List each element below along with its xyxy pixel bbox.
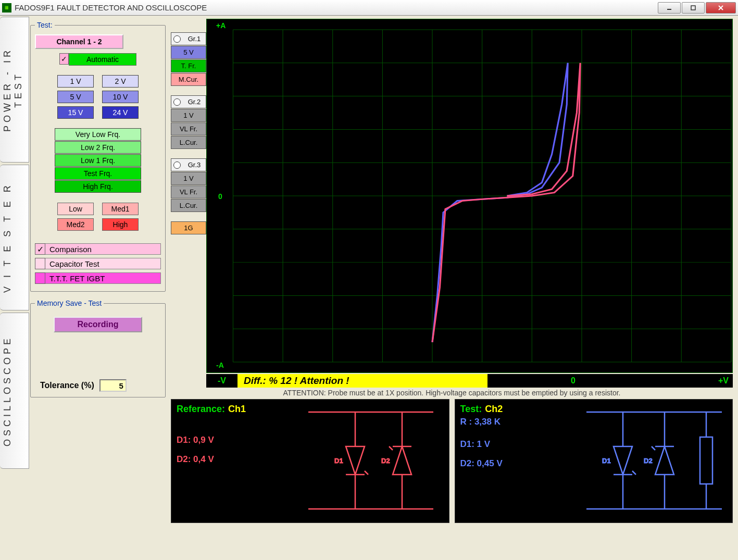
freq-high-button[interactable]: High Frq. [55,180,141,193]
group3-radio[interactable]: Gr.3 [171,158,206,171]
current-low-button[interactable]: Low [57,203,94,215]
test-legend: Test: [35,21,55,29]
recording-button[interactable]: Recording [54,317,142,332]
tab-power-ir-test[interactable]: POWER - IR TEST [0,17,29,163]
axis-zero-x: 0 [571,376,576,385]
automatic-checkbox[interactable]: ✓ [59,53,69,65]
svg-text:D2: D2 [381,457,390,465]
diff-bar: -V Diff.: % 12 ! Attention ! 0 +V [206,374,733,388]
group1-volt[interactable]: 5 V [171,46,206,59]
reference-panel: Referance:Ch1 D1: 0,9 V D2: 0,4 V D1 D2 [171,399,449,523]
window-title: FADOS9F1 FAULT DETECTOR AND OSCILLOSCOPE [15,3,207,12]
svg-rect-1 [691,6,695,10]
group3-volt[interactable]: 1 V [171,172,206,185]
svg-line-48 [652,446,655,450]
svg-rect-52 [700,437,712,484]
current-med2-button[interactable]: Med2 [57,218,94,231]
minimize-button[interactable] [658,2,681,14]
app-icon: ▦ [2,3,11,13]
group3-freq[interactable]: VL Fr. [171,185,206,198]
capacitor-label[interactable]: Capacitor Test [45,258,161,269]
group1-cur[interactable]: M.Cur. [171,73,206,86]
axis-pos-a: +A [216,21,226,30]
volt-5v-button[interactable]: 5 V [57,91,94,103]
close-button[interactable] [706,2,736,14]
group-controls: Gr.1 5 V T. Fr. M.Cur. Gr.2 1 V VL Fr. L… [171,19,206,388]
memory-fieldset: Memory Save - Test Recording Tolerance (… [30,299,166,397]
svg-text:D1: D1 [334,457,343,465]
svg-line-36 [389,446,393,450]
tab-oscilloscope[interactable]: OSCILLOSCOPE [0,313,29,469]
axis-zero-y: 0 [218,192,222,201]
maximize-button[interactable] [682,2,705,14]
volt-10v-button[interactable]: 10 V [102,91,139,103]
test-header: Test: [460,404,482,414]
group2-freq[interactable]: VL Fr. [171,122,206,135]
vertical-tabs: POWER - IR TEST V I T E S T E R OSCILLOS… [0,16,29,559]
memory-legend: Memory Save - Test [35,299,104,307]
tolerance-label: Tolerance (%) [40,381,94,390]
test-panel: Test:Ch2 R : 3,38 K D1: 1 V D2: 0,45 V D… [455,399,733,523]
warning-text: ATTENTION: Probe must be at 1X position.… [171,388,733,399]
tolerance-input[interactable] [99,379,127,392]
reference-circuit-icon: D1 D2 [298,406,444,515]
capacitor-checkbox[interactable] [35,258,45,269]
svg-text:D1: D1 [602,457,611,465]
channel-button[interactable]: Channel 1 - 2 [35,34,123,49]
automatic-button[interactable]: Automatic [69,53,136,66]
freq-low1-button[interactable]: Low 1 Frq. [55,154,141,167]
volt-1v-button[interactable]: 1 V [57,75,94,88]
group1-radio[interactable]: Gr.1 [171,32,206,45]
axis-neg-a: -A [216,361,224,369]
svg-text:D2: D2 [644,457,653,465]
volt-2v-button[interactable]: 2 V [102,75,139,88]
volt-15v-button[interactable]: 15 V [57,106,94,119]
tab-vi-tester[interactable]: V I T E S T E R [0,165,29,310]
current-high-button[interactable]: High [102,218,139,231]
reference-header: Referance: [177,404,225,414]
group1-freq[interactable]: T. Fr. [171,59,206,72]
title-bar: ▦ FADOS9F1 FAULT DETECTOR AND OSCILLOSCO… [0,0,738,16]
ttt-checkbox[interactable] [35,272,45,284]
svg-line-43 [632,471,636,475]
group2-cur[interactable]: L.Cur. [171,136,206,149]
diff-message: Diff.: % 12 ! Attention ! [237,374,487,388]
axis-neg-v: -V [206,374,237,388]
group-count[interactable]: 1G [171,221,206,234]
volt-24v-button[interactable]: 24 V [102,106,139,119]
current-med1-button[interactable]: Med1 [102,203,139,215]
freq-test-button[interactable]: Test Frq. [55,167,141,180]
freq-low2-button[interactable]: Low 2 Frq. [55,141,141,154]
group3-cur[interactable]: L.Cur. [171,199,206,212]
comparison-checkbox[interactable]: ✓ [35,243,45,255]
group2-volt[interactable]: 1 V [171,109,206,122]
comparison-label[interactable]: Comparison [45,243,161,255]
freq-very-low-button[interactable]: Very Low Frq. [55,128,141,141]
ttt-label[interactable]: T.T.T. FET IGBT [45,272,161,284]
reference-channel: Ch1 [228,404,246,414]
scope-display: +A -A 0 [206,19,733,373]
test-fieldset: Test: Channel 1 - 2 ✓ Automatic 1 V 2 V … [30,21,166,292]
axis-pos-v: +V [707,374,733,388]
svg-line-31 [365,471,368,475]
test-channel: Ch2 [485,404,503,414]
group2-radio[interactable]: Gr.2 [171,95,206,108]
test-circuit-icon: D1 D2 [581,406,727,515]
